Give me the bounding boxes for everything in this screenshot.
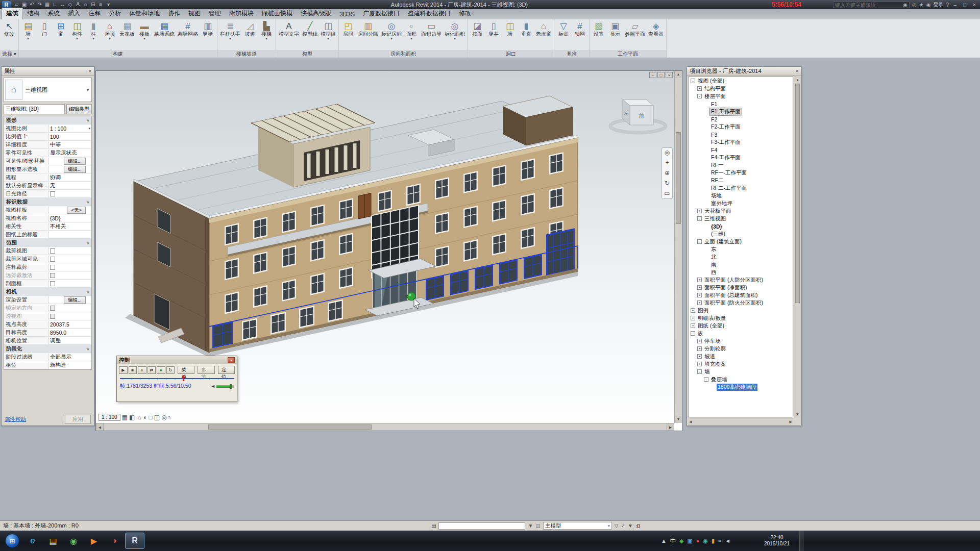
tree-item-三维视图[interactable]: -三维视图: [689, 215, 793, 222]
instance-selector[interactable]: 三维视图: {3D}: [4, 104, 65, 114]
taskbar-app-ie-icon[interactable]: e: [23, 533, 42, 549]
expand-icon[interactable]: +: [697, 86, 702, 91]
tree-item-label[interactable]: 场地: [710, 192, 723, 199]
tool-button-模型线[interactable]: ╱模型线: [301, 20, 318, 50]
property-value[interactable]: 不相关: [48, 223, 91, 230]
media-icon[interactable]: ◉: [703, 538, 708, 544]
tool-button-标记面积[interactable]: ◎标记面积▾: [444, 20, 466, 50]
ribbon-tab-广厦数据接口[interactable]: 广厦数据接口: [359, 8, 404, 19]
facade-window[interactable]: [435, 212, 449, 234]
ribbon-tab-建筑[interactable]: 建筑: [2, 8, 23, 19]
expand-icon[interactable]: +: [691, 308, 695, 313]
tool-button-查看器[interactable]: ◈查看器: [647, 20, 665, 50]
message-icon[interactable]: ▣: [687, 538, 692, 544]
drawing-view-window[interactable]: 前 左 – □ × ◎+⊕↻▭ 控制 × ▶■‖⇄●↻菜单多节定位: [95, 70, 682, 431]
panel-label-工作平面[interactable]: 工作平面: [590, 50, 666, 58]
expand-icon[interactable]: +: [697, 285, 702, 290]
collapse-icon[interactable]: -: [704, 377, 708, 382]
tree-item-F2[interactable]: F2: [689, 115, 793, 123]
facade-window[interactable]: [242, 318, 257, 341]
collapse-icon[interactable]: ∧: [86, 118, 89, 122]
facade-window[interactable]: [463, 206, 478, 228]
tool-button-参照平面[interactable]: ▱参照平面: [624, 20, 646, 50]
property-value[interactable]: [48, 190, 91, 197]
tool-button-竖梃[interactable]: ▥竖梃: [200, 20, 215, 50]
tree-item-label[interactable]: 墙: [703, 368, 711, 375]
tree-item-label[interactable]: 族: [697, 330, 704, 337]
property-value[interactable]: 调整: [48, 337, 91, 344]
facade-window[interactable]: [492, 165, 506, 187]
property-value[interactable]: [48, 256, 91, 263]
safety-icon[interactable]: ◆: [679, 538, 683, 544]
tree-item-label[interactable]: 天花板平面: [703, 208, 732, 215]
modify-tool-button[interactable]: ↖ 修改: [2, 20, 17, 50]
property-value[interactable]: 编辑...: [48, 296, 91, 304]
taskbar-app-player-icon[interactable]: ▶: [84, 533, 104, 549]
viewcube[interactable]: 前 左: [610, 99, 666, 133]
record-icon[interactable]: ●: [157, 366, 165, 374]
tool-button-模型组[interactable]: ◫模型组▾: [320, 20, 337, 50]
tree-item-RF二-工作平面[interactable]: RF二-工作平面: [689, 184, 793, 192]
facade-window[interactable]: [253, 217, 267, 239]
reveal-hidden-icon[interactable]: ≈: [168, 414, 172, 421]
tool-button-显示[interactable]: ▣显示: [607, 20, 623, 50]
facade-window[interactable]: [339, 233, 353, 255]
tree-item-label[interactable]: 图例: [697, 307, 709, 314]
rewind-icon[interactable]: ▭: [664, 190, 670, 197]
tree-item-场地[interactable]: 场地: [689, 192, 793, 199]
facade-window[interactable]: [271, 312, 286, 335]
detail-level-icon[interactable]: ▦: [122, 414, 128, 421]
properties-section-header[interactable]: 阶段化∧: [4, 345, 91, 353]
ribbon-tab-注释[interactable]: 注释: [84, 8, 105, 19]
facade-window[interactable]: [253, 285, 267, 308]
facade-window[interactable]: [435, 177, 449, 199]
tree-item-面积平面 (总建筑面积)[interactable]: +面积平面 (总建筑面积): [689, 291, 793, 299]
panel-label-基准[interactable]: 基准: [554, 50, 589, 58]
ime-icon[interactable]: 中: [670, 537, 676, 545]
tool-button-面积[interactable]: ▫面积▾: [404, 20, 419, 50]
tree-item-室外地坪[interactable]: 室外地坪: [689, 199, 793, 207]
tool-button-构件[interactable]: ◫构件▾: [69, 20, 85, 50]
property-value[interactable]: <无>: [48, 207, 91, 214]
sign-in-link[interactable]: 登录: [933, 1, 943, 8]
tree-item-墙[interactable]: -墙: [689, 368, 793, 375]
tree-item-族[interactable]: -族: [689, 330, 793, 337]
tree-item-label[interactable]: 图纸 (全部): [697, 322, 725, 330]
search-input[interactable]: [835, 2, 903, 8]
tree-item-1800高密砖墙段[interactable]: 1800高密砖墙段: [689, 383, 793, 391]
tool-button-垂直[interactable]: ▮垂直: [519, 20, 534, 50]
tree-item-label[interactable]: 停车场: [703, 338, 722, 345]
ribbon-tab-体量和场地[interactable]: 体量和场地: [125, 8, 164, 19]
properties-section-header[interactable]: 图形∧: [4, 116, 91, 124]
help-icon[interactable]: ?: [946, 2, 949, 8]
tool-button-墙[interactable]: ▤墙▾: [20, 20, 36, 50]
ribbon-tab-快模高级版[interactable]: 快模高级版: [297, 8, 335, 19]
panel-label-select[interactable]: 选择 ▾: [0, 50, 18, 58]
panel-label-模型[interactable]: 模型: [276, 50, 338, 58]
property-value[interactable]: [48, 272, 91, 279]
property-value[interactable]: 20037.5: [48, 321, 91, 328]
expand-icon[interactable]: +: [697, 300, 702, 305]
expand-icon[interactable]: +: [697, 293, 702, 297]
tree-item-label[interactable]: 明细表/数量: [697, 315, 727, 322]
tree-item-面积平面 (净面积)[interactable]: +面积平面 (净面积): [689, 284, 793, 291]
tool-button-柱[interactable]: ▮柱▾: [86, 20, 101, 50]
print-icon[interactable]: ▦: [43, 1, 51, 9]
tree-item-叠层墙[interactable]: -叠层墙: [689, 375, 793, 383]
tree-item-label[interactable]: RF二: [710, 177, 725, 184]
panel-label-房间和面积[interactable]: 房间和面积: [339, 50, 468, 58]
facade-window[interactable]: [339, 266, 353, 289]
tree-item-label[interactable]: 面积平面 (防火分区面积): [703, 299, 764, 307]
volume-icon[interactable]: ◄: [725, 538, 730, 544]
thin-lines-icon[interactable]: ≡: [97, 1, 105, 9]
tool-button-墙[interactable]: ◫墙: [502, 20, 518, 50]
ribbon-tab-附加模块[interactable]: 附加模块: [225, 8, 258, 19]
tree-item-label[interactable]: 视图 (全部): [697, 78, 725, 85]
tree-item-label[interactable]: 立面 (建筑立面): [703, 238, 743, 245]
property-value[interactable]: 编辑...: [48, 158, 91, 165]
property-value[interactable]: 无: [48, 182, 91, 189]
sun-icon[interactable]: ☼: [136, 414, 142, 421]
collapse-icon[interactable]: -: [697, 369, 702, 374]
facade-window[interactable]: [521, 227, 535, 249]
menu-button[interactable]: 菜单: [178, 366, 194, 374]
